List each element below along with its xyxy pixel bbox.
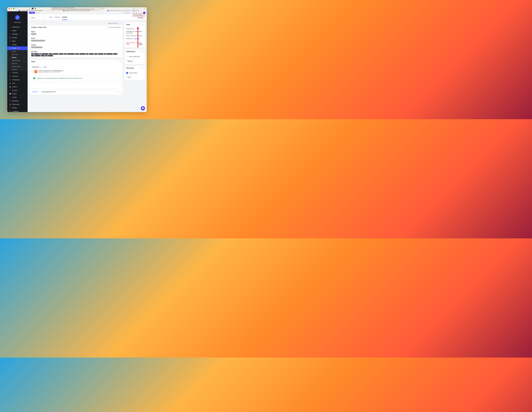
notes-title: Notes xyxy=(31,61,35,63)
sidebar-item-pages[interactable]: ▭Pages xyxy=(7,29,28,32)
zoom-window-button[interactable] xyxy=(13,8,14,9)
panel-down-icon[interactable]: ˅ xyxy=(141,67,142,69)
tab-entries[interactable]: Entries xyxy=(62,16,67,20)
pager-current[interactable]: 12 xyxy=(112,22,114,24)
sidebar-item-people[interactable]: 👤People xyxy=(7,36,28,39)
nav-icon: 👤 xyxy=(9,37,11,39)
sidebar-item-dashboard[interactable]: ⌂Dashboard xyxy=(7,25,28,29)
sidebar-item-uploads[interactable]: ⇪Uploads xyxy=(7,32,28,36)
panel-collapse-icon[interactable]: ▴ xyxy=(120,61,121,63)
sidebar-subitem-new-form[interactable]: New Form xyxy=(7,53,28,56)
print-button[interactable]: Print xyxy=(126,76,132,79)
resend-button[interactable]: Resend xyxy=(126,59,134,63)
sidebar-item-forms[interactable]: ≣Forms1 xyxy=(7,46,28,50)
browser-tab-1[interactable]: Headings and Table of contents | Docusau… xyxy=(54,10,100,11)
sidebar-item-groups[interactable]: ◌Groups xyxy=(7,88,28,92)
panel-up-icon[interactable]: ˄ xyxy=(139,67,140,69)
downloads-icon[interactable]: ⊕ xyxy=(133,7,135,10)
panel-collapse-icon[interactable]: ▴ xyxy=(142,24,143,25)
nav-icon: ▦ xyxy=(9,86,11,88)
apply-link[interactable]: Apply xyxy=(43,66,47,68)
nav-icon: ❝ xyxy=(9,107,11,109)
sidebar-item-events[interactable]: ▦Events xyxy=(7,85,28,88)
sidebar-item-resources[interactable]: ▤Resources xyxy=(7,103,28,106)
embed-link[interactable]: .../contact xyxy=(133,38,140,39)
search-input[interactable]: Search... xyxy=(125,12,131,14)
panel-up-icon[interactable]: ˄ xyxy=(117,61,118,63)
sidebar-subitem-forms[interactable]: Forms xyxy=(7,50,28,53)
back-button[interactable]: ‹ xyxy=(22,7,24,10)
sidebar-item-giving[interactable]: ♡Giving xyxy=(7,43,28,46)
panel-collapse-icon[interactable]: ▴ xyxy=(142,67,143,69)
print-card: Print entry ˄˅▴ Include Notes Print xyxy=(124,66,145,80)
panel-up-icon[interactable]: ˄ xyxy=(139,51,140,52)
sidebar-subitem-settings[interactable]: Settings xyxy=(7,68,28,71)
settings-gear-icon[interactable]: ⚙ xyxy=(141,12,142,14)
close-window-button[interactable] xyxy=(9,8,10,9)
chat-launcher[interactable]: 💬 xyxy=(141,106,145,110)
new-button[interactable]: + New xyxy=(29,12,35,14)
bulk-action-select[interactable]: Bulk action ⌄ xyxy=(31,65,42,69)
panel-up-icon[interactable]: ˄ xyxy=(139,24,140,25)
tabs-overview-icon[interactable]: ⧉ xyxy=(143,7,145,10)
tab-edit[interactable]: Edit xyxy=(50,16,52,20)
extension-icon-1[interactable]: ▸ xyxy=(28,7,31,10)
pager-prev[interactable]: ‹ xyxy=(118,22,120,24)
sidebar-subitem-system-status[interactable]: System Status xyxy=(7,65,28,68)
extension-icon-2[interactable] xyxy=(32,8,33,10)
pager-total[interactable]: 25 xyxy=(115,22,117,24)
sidebar-item-blog[interactable]: ≋Blog xyxy=(7,39,28,43)
print-title: Print entry xyxy=(126,67,134,69)
move-to-trash[interactable]: Move to Trash xyxy=(126,42,135,43)
sidebar-item-ministries[interactable]: 📎Ministries xyxy=(7,99,28,103)
pager-next[interactable]: › xyxy=(121,22,123,24)
address-bar[interactable]: yourdigital.church/wp-admin/admin.php?pa… xyxy=(51,7,105,10)
sidebar-item-locations[interactable]: 📍Locations xyxy=(7,110,28,112)
notifications-title: Notifications xyxy=(126,51,135,52)
email-note-select[interactable]: Also email this note to ⌄ xyxy=(41,90,121,93)
share-icon[interactable]: ⇪ xyxy=(136,7,138,10)
sidebar-subitem-import-export[interactable]: Import/Export xyxy=(7,59,28,62)
new-tab-icon[interactable]: + xyxy=(140,7,142,10)
sidebar-item-sermons[interactable]: ⛉Sermons xyxy=(7,75,28,78)
note-meta: added September 15, 2021 at 9:21 pm xyxy=(39,71,63,73)
sidebar-item-podcasting[interactable]: 🎙Podcasting xyxy=(7,78,28,82)
panel-down-icon[interactable]: ˅ xyxy=(141,24,142,25)
note-textarea[interactable] xyxy=(31,83,121,88)
user-avatar[interactable] xyxy=(143,12,145,14)
nav-icon: ≋ xyxy=(9,40,11,42)
screen-options-button[interactable]: Screen Options ▾ xyxy=(133,14,145,16)
sidebar-item-prayer[interactable]: 💬Prayer xyxy=(7,92,28,96)
show-empty-toggle[interactable]: show empty fields xyxy=(107,27,121,28)
minimize-window-button[interactable] xyxy=(11,8,12,9)
sidebar-subitem-add-ons[interactable]: Add-Ons xyxy=(7,62,28,65)
sidebar-item-live[interactable]: ■Live xyxy=(7,82,28,85)
preview-button[interactable]: Preview xyxy=(136,16,145,20)
tab-settings[interactable]: Settings xyxy=(55,16,60,20)
browser-tab-0[interactable]: Troubleshooting | Digital Church Guide xyxy=(7,10,54,11)
field-label-message: Message xyxy=(31,51,121,52)
sidebar-toggle-icon[interactable] xyxy=(15,7,18,10)
reload-icon[interactable]: ⟳ xyxy=(103,8,104,10)
note-checkbox[interactable] xyxy=(31,70,33,72)
brand-logo[interactable] xyxy=(15,15,20,20)
sidebar-item-stories[interactable]: ❝Stories xyxy=(7,106,28,110)
add-note-button[interactable]: Add Note xyxy=(31,90,39,93)
extension-icon-3[interactable]: R xyxy=(35,8,36,10)
form-selector[interactable]: Contact ⌄ xyxy=(29,16,45,20)
panel-down-icon[interactable]: ˅ xyxy=(118,61,119,63)
notification-checkbox[interactable] xyxy=(126,56,128,58)
panel-down-icon[interactable]: ˅ xyxy=(141,51,142,52)
panel-collapse-icon[interactable]: ▴ xyxy=(142,51,143,52)
browser-tab-2[interactable]: Entries ‹ Gravity Forms ‹ City Church — … xyxy=(100,10,147,11)
forward-button[interactable]: › xyxy=(25,7,28,10)
sidebar-item-connect[interactable]: ⎋Connect xyxy=(7,71,28,75)
sidebar-subitem-entries[interactable]: Entries xyxy=(7,56,28,59)
bolt-icon[interactable]: ⚡ xyxy=(138,12,140,14)
revision-count[interactable]: ⟲ 48 xyxy=(36,12,39,14)
theme-toggle-icon[interactable]: ◐ xyxy=(136,12,137,14)
include-notes-checkbox[interactable] xyxy=(126,72,128,74)
sidebar-item-teams[interactable]: ⚐Teams xyxy=(7,96,28,99)
tab-dropdown-icon[interactable]: ⌄ xyxy=(19,7,21,10)
nav-badge: 1 xyxy=(18,48,20,49)
